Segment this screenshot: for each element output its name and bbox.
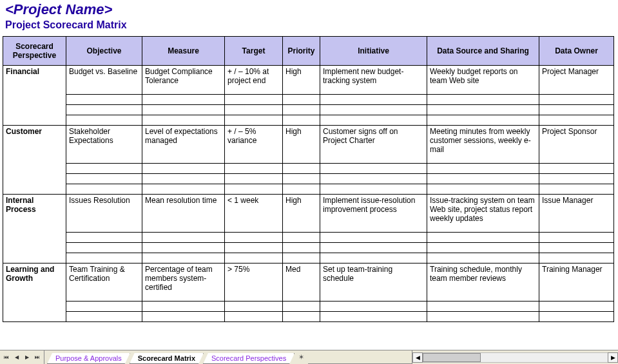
cell-owner[interactable]	[539, 184, 614, 195]
cell-measure[interactable]	[142, 95, 225, 105]
cell-owner[interactable]	[539, 164, 614, 174]
cell-measure[interactable]	[142, 233, 225, 243]
scroll-right-icon[interactable]: ▶	[608, 352, 618, 363]
cell-objective[interactable]	[66, 174, 142, 184]
cell-priority[interactable]	[283, 105, 320, 115]
cell-objective[interactable]	[66, 233, 142, 243]
cell-objective[interactable]: Stakeholder Expectations	[66, 126, 142, 164]
cell-target[interactable]	[225, 253, 283, 263]
cell-source[interactable]	[427, 233, 539, 243]
cell-priority[interactable]	[283, 115, 320, 126]
cell-owner[interactable]: Project Manager	[539, 66, 614, 95]
cell-objective[interactable]	[66, 184, 142, 195]
cell-owner[interactable]: Issue Manager	[539, 195, 614, 233]
cell-measure[interactable]: Budget Compliance Tolerance	[142, 66, 225, 95]
cell-owner[interactable]	[539, 174, 614, 184]
cell-initiative[interactable]	[320, 302, 427, 312]
cell-target[interactable]	[225, 302, 283, 312]
cell-owner[interactable]	[539, 243, 614, 253]
cell-measure[interactable]	[142, 174, 225, 184]
cell-source[interactable]	[427, 164, 539, 174]
cell-initiative[interactable]	[320, 105, 427, 115]
cell-owner[interactable]	[539, 105, 614, 115]
cell-owner[interactable]: Training Manager	[539, 263, 614, 302]
cell-target[interactable]	[225, 184, 283, 195]
cell-owner[interactable]	[539, 95, 614, 105]
cell-owner[interactable]	[539, 115, 614, 126]
cell-initiative[interactable]: Set up team-training schedule	[320, 263, 427, 302]
sheet-tab[interactable]: Scorecard Perspectives	[203, 353, 295, 364]
cell-target[interactable]	[225, 95, 283, 105]
cell-objective[interactable]: Team Training & Certification	[66, 263, 142, 302]
cell-perspective[interactable]: Internal Process	[3, 195, 66, 263]
cell-measure[interactable]	[142, 253, 225, 263]
cell-objective[interactable]	[66, 302, 142, 312]
cell-priority[interactable]	[283, 253, 320, 263]
cell-initiative[interactable]: Implement issue-resolution improvement p…	[320, 195, 427, 233]
cell-priority[interactable]	[283, 95, 320, 105]
sheet-nav-last-icon[interactable]: ⏭	[33, 353, 42, 362]
cell-source[interactable]	[427, 302, 539, 312]
cell-source[interactable]: Training schedule, monthly team member r…	[427, 263, 539, 302]
cell-measure[interactable]: Percentage of team members system-certif…	[142, 263, 225, 302]
cell-target[interactable]	[225, 105, 283, 115]
cell-priority[interactable]	[283, 164, 320, 174]
cell-priority[interactable]	[283, 302, 320, 312]
cell-target[interactable]	[225, 312, 283, 322]
cell-initiative[interactable]	[320, 184, 427, 195]
cell-initiative[interactable]	[320, 115, 427, 126]
cell-initiative[interactable]: Implement new budget-tracking system	[320, 66, 427, 95]
cell-priority[interactable]	[283, 312, 320, 322]
cell-perspective[interactable]: Financial	[3, 66, 66, 126]
cell-priority[interactable]: High	[283, 66, 320, 95]
cell-measure[interactable]	[142, 312, 225, 322]
cell-source[interactable]	[427, 115, 539, 126]
cell-target[interactable]	[225, 164, 283, 174]
cell-objective[interactable]: Issues Resolution	[66, 195, 142, 233]
cell-source[interactable]	[427, 243, 539, 253]
cell-owner[interactable]: Project Sponsor	[539, 126, 614, 164]
cell-owner[interactable]	[539, 312, 614, 322]
cell-measure[interactable]	[142, 105, 225, 115]
cell-owner[interactable]	[539, 253, 614, 263]
cell-initiative[interactable]	[320, 164, 427, 174]
cell-target[interactable]	[225, 233, 283, 243]
cell-source[interactable]	[427, 184, 539, 195]
cell-measure[interactable]	[142, 164, 225, 174]
cell-target[interactable]	[225, 115, 283, 126]
cell-priority[interactable]: High	[283, 195, 320, 233]
cell-perspective[interactable]: Learning and Growth	[3, 263, 66, 322]
scroll-thumb[interactable]	[423, 353, 481, 362]
new-sheet-icon[interactable]: ✶	[294, 350, 308, 364]
cell-objective[interactable]: Budget vs. Baseline	[66, 66, 142, 95]
cell-source[interactable]: Weekly budget reports on team Web site	[427, 66, 539, 95]
cell-measure[interactable]: Mean resolution time	[142, 195, 225, 233]
cell-priority[interactable]	[283, 243, 320, 253]
cell-source[interactable]	[427, 312, 539, 322]
cell-target[interactable]: + / – 10% at project end	[225, 66, 283, 95]
cell-objective[interactable]	[66, 243, 142, 253]
cell-objective[interactable]	[66, 164, 142, 174]
scroll-left-icon[interactable]: ◀	[412, 352, 423, 363]
sheet-tab[interactable]: Scorecard Matrix	[130, 353, 204, 364]
cell-priority[interactable]	[283, 174, 320, 184]
cell-source[interactable]: Meeting minutes from weekly customer ses…	[427, 126, 539, 164]
cell-initiative[interactable]	[320, 174, 427, 184]
cell-objective[interactable]	[66, 95, 142, 105]
cell-objective[interactable]	[66, 115, 142, 126]
cell-owner[interactable]	[539, 302, 614, 312]
cell-priority[interactable]: Med	[283, 263, 320, 302]
cell-measure[interactable]	[142, 302, 225, 312]
cell-source[interactable]	[427, 253, 539, 263]
cell-priority[interactable]	[283, 184, 320, 195]
cell-perspective[interactable]: Customer	[3, 126, 66, 195]
cell-initiative[interactable]	[320, 253, 427, 263]
cell-target[interactable]: + / – 5% variance	[225, 126, 283, 164]
cell-source[interactable]	[427, 174, 539, 184]
horizontal-scrollbar[interactable]: ◀ ▶	[412, 350, 618, 364]
cell-target[interactable]	[225, 243, 283, 253]
cell-initiative[interactable]	[320, 243, 427, 253]
sheet-nav-first-icon[interactable]: ⏮	[2, 353, 11, 362]
cell-initiative[interactable]	[320, 233, 427, 243]
cell-source[interactable]: Issue-tracking system on team Web site, …	[427, 195, 539, 233]
